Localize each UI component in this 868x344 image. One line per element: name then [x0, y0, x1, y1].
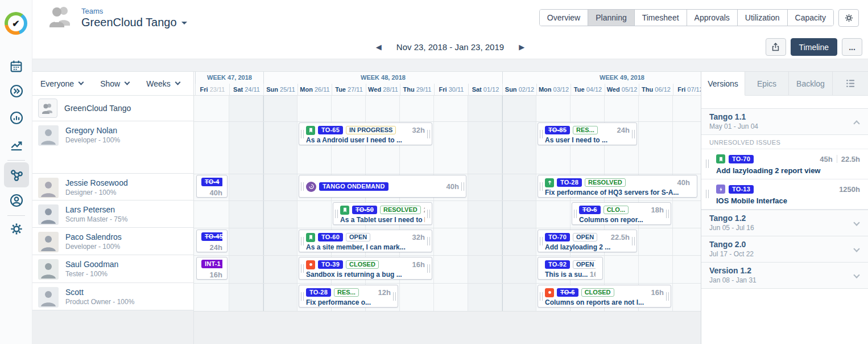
trend-graph-icon[interactable] [9, 137, 24, 153]
drag-handle[interactable] [427, 210, 430, 218]
task-card-to-45[interactable]: TO-45 24h [196, 230, 228, 252]
task-card-to-65[interactable]: TO-65 IN PROGRESS 32h As a Android user … [299, 122, 432, 145]
avatar [38, 178, 59, 198]
status-badge: CLO... [604, 206, 629, 214]
drag-handle[interactable] [666, 292, 669, 301]
row-divider [194, 228, 701, 228]
day-column [673, 96, 701, 311]
version-section-tango-1-1[interactable]: Tango 1.1 May 01 - Jun 04 [701, 108, 868, 135]
breadcrumb[interactable]: Teams [81, 7, 187, 16]
settings-gear-button[interactable] [838, 9, 859, 27]
task-card-to-6[interactable]: TO-6 CLO... 18h Columns on repor... [572, 202, 671, 225]
version-section-tango-2-0[interactable]: Tango 2.0 Jul 17 - Oct 22 [701, 236, 868, 263]
task-card-to-92[interactable]: TO-92 OPEN This is a su... 16h [538, 257, 603, 280]
timeline-view-button[interactable]: Timeline [791, 38, 837, 56]
task-card-to-6-scott[interactable]: TO-6 CLOSED 16h Columns on reports are n… [538, 285, 671, 308]
day-header: Fri 07/12 [673, 84, 701, 96]
panel-issue-to-70[interactable]: TO-70 45h22.5h Add lazyloading 2 report … [701, 149, 868, 179]
task-card-to-28[interactable]: TO-28 RESOLVED 40h Fix performance of HQ… [538, 175, 697, 198]
person-row-saul-goodman[interactable]: Saul GoodmanTester - 100% [32, 255, 193, 283]
list-view-icon[interactable] [833, 72, 868, 95]
export-share-button[interactable] [766, 38, 786, 56]
drag-handle[interactable] [427, 237, 430, 245]
task-card-to-28-scott[interactable]: TO-28 RES... 12h Fix performance o... [299, 285, 398, 308]
next-period-arrow[interactable]: ▶ [519, 43, 524, 51]
drag-handle[interactable] [574, 210, 577, 218]
show-filter-dropdown[interactable]: Show [100, 79, 129, 88]
drag-handle[interactable] [706, 190, 709, 198]
timeline-header: WEEK 47, 2018 WEEK 48, 2018 WEEK 49, 201… [194, 72, 701, 96]
drag-handle[interactable] [666, 210, 669, 218]
task-card-to-50[interactable]: TO-50 RESOLVED 24h As a Tablet user I ne… [333, 202, 432, 225]
person-row-paco-salendros[interactable]: Paco SalendrosDeveloper - 100% [32, 228, 193, 255]
tab-epics[interactable]: Epics [745, 72, 789, 95]
calendar-icon[interactable] [9, 59, 24, 74]
hours-label: 24h [210, 243, 222, 252]
zoom-level-dropdown[interactable]: Weeks [146, 79, 180, 88]
drag-handle[interactable] [540, 292, 543, 301]
drag-handle[interactable] [301, 292, 304, 301]
drag-handle[interactable] [632, 130, 635, 138]
drag-handle[interactable] [540, 130, 543, 138]
tab-overview[interactable]: Overview [540, 10, 588, 26]
version-section-tango-1-2[interactable]: Tango 1.2 Jun 05 - Jul 16 [701, 210, 868, 236]
drag-handle[interactable] [632, 237, 635, 245]
drag-handle[interactable] [301, 130, 304, 138]
more-options-button[interactable]: ... [842, 38, 862, 56]
planning-board-icon-active[interactable] [4, 162, 29, 187]
task-card-to-85[interactable]: TO-85 RES... 24h As user I need to ... [538, 122, 637, 145]
person-icon[interactable] [9, 193, 24, 208]
task-card-to-60[interactable]: TO-60 OPEN 32h As a site member, I can m… [299, 230, 432, 252]
team-row[interactable]: GreenCloud Tango [32, 96, 193, 121]
week-header: WEEK 48, 2018 [263, 72, 502, 84]
drag-handle[interactable] [335, 210, 338, 218]
tab-versions[interactable]: Versions [701, 72, 745, 96]
person-row-jessie-rosewood[interactable]: Jessie RosewoodDesigner - 100% [32, 174, 193, 200]
drag-handle[interactable] [301, 237, 304, 245]
drag-handle[interactable] [301, 182, 304, 191]
tab-backlog[interactable]: Backlog [789, 72, 833, 95]
status-badge: OPEN [346, 233, 370, 241]
drag-handle[interactable] [540, 182, 543, 191]
tab-utilization[interactable]: Utilization [737, 10, 787, 26]
drag-handle[interactable] [427, 264, 430, 273]
task-card-tango-ondemand[interactable]: TANGO ONDEMAND 40h [299, 175, 466, 198]
task-card-to-4[interactable]: TO-4 40h [196, 175, 228, 198]
drag-handle[interactable] [461, 182, 464, 191]
drag-handle[interactable] [540, 237, 543, 245]
previous-period-arrow[interactable]: ◀ [376, 43, 382, 51]
empty-area [194, 311, 701, 344]
person-row-scott[interactable]: ScottProduct Owner - 100% [32, 283, 193, 310]
tab-timesheet[interactable]: Timesheet [634, 10, 687, 26]
date-range-label[interactable]: Nov 23, 2018 - Jan 23, 2019 [396, 42, 504, 52]
card-summary: Columns on reports are not l... [545, 298, 664, 308]
chevron-down-icon [175, 80, 180, 85]
issue-key-pill: TO-85 [545, 126, 570, 134]
story-icon [306, 126, 315, 135]
drag-handle[interactable] [393, 292, 396, 301]
task-card-to-39[interactable]: TO-39 CLOSED 16h Sandbox is returning a … [299, 257, 432, 280]
team-switcher[interactable]: GreenCloud Tango [81, 16, 187, 29]
drag-handle[interactable] [427, 130, 430, 138]
fast-forward-icon[interactable] [9, 83, 24, 99]
task-card-to-70[interactable]: TO-70 OPEN 22.5h Add lazyloading 2 ... [538, 230, 637, 252]
day-header: Fri 23/11 [195, 84, 229, 96]
person-row-lars-petersen[interactable]: Lars PetersenScrum Master - 75% [32, 200, 193, 228]
drag-handle[interactable] [706, 159, 709, 168]
drag-handle[interactable] [301, 264, 304, 273]
issue-key-pill: TO-65 [318, 126, 343, 134]
panel-issue-to-13[interactable]: TO-13 1250h IOS Mobile Interface [701, 179, 868, 210]
day-header: Thu 06/12 [639, 84, 673, 96]
settings-gear-icon[interactable] [9, 221, 24, 236]
tab-planning[interactable]: Planning [588, 10, 634, 26]
activitytimeline-logo-icon[interactable]: ✔ [5, 12, 27, 35]
scope-filter-dropdown[interactable]: Everyone [40, 79, 83, 88]
week-header: WEEK 47, 2018 [195, 72, 263, 84]
report-chart-icon[interactable] [9, 110, 24, 125]
panel-spacer [701, 96, 868, 108]
tab-capacity[interactable]: Capacity [787, 10, 833, 26]
person-row-gregory-nolan[interactable]: Gregory NolanDeveloper - 100% [32, 121, 193, 174]
version-section-version-1-2[interactable]: Version 1.2 Jan 08 - Jan 31 [701, 263, 868, 289]
tab-approvals[interactable]: Approvals [687, 10, 737, 26]
task-card-int-1[interactable]: INT-1 16h [196, 257, 228, 280]
